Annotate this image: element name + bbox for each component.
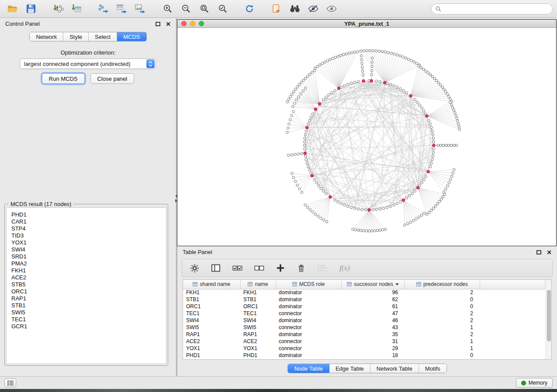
cell-filler bbox=[480, 324, 545, 331]
tab-motifs[interactable]: Motifs bbox=[419, 364, 446, 373]
search-box[interactable] bbox=[431, 3, 553, 14]
column-header-predecessor-nodes[interactable]: predecessor nodes bbox=[405, 280, 480, 289]
export-network-button[interactable] bbox=[95, 2, 112, 16]
table-row[interactable]: YOX1YOX1connector291 bbox=[183, 345, 545, 352]
table-panel-title: Table Panel bbox=[183, 249, 212, 255]
cell-name: ACE2 bbox=[240, 338, 276, 345]
network-window-titlebar[interactable]: YPA_prune.txt_1 bbox=[177, 20, 556, 28]
tab-node-table[interactable]: Node Table bbox=[288, 364, 329, 373]
zoom-selected-button[interactable] bbox=[214, 2, 231, 16]
cell-MCDS-role: connector bbox=[276, 338, 341, 345]
table-row[interactable]: PHD1PHD1dominator180 bbox=[183, 352, 545, 359]
table-row[interactable]: FKH1FKH1dominator962 bbox=[183, 289, 545, 296]
network-window-title: YPA_prune.txt_1 bbox=[177, 21, 556, 27]
criterion-select[interactable]: largest connected component (undirected) bbox=[20, 58, 156, 69]
mcds-result-node[interactable]: SWI5 bbox=[11, 309, 161, 316]
settings-gear-icon[interactable] bbox=[190, 264, 199, 273]
status-menu-button[interactable] bbox=[4, 378, 16, 387]
control-panel-title: Control Panel bbox=[5, 21, 40, 27]
close-panel-icon[interactable]: ✕ bbox=[166, 21, 171, 27]
zoom-out-button[interactable] bbox=[177, 2, 194, 16]
close-table-panel-icon[interactable]: ✕ bbox=[547, 249, 552, 255]
mcds-result-node[interactable]: ACE2 bbox=[11, 274, 161, 281]
unselect-all-icon[interactable] bbox=[254, 264, 264, 272]
import-table-button[interactable] bbox=[68, 2, 85, 16]
share-document-button[interactable] bbox=[268, 2, 285, 16]
tab-network[interactable]: Network bbox=[30, 32, 63, 41]
table-scrollbar[interactable] bbox=[546, 280, 551, 359]
close-mcds-panel-button[interactable]: Close panel bbox=[90, 73, 135, 84]
control-panel: Control Panel ✕ NetworkStyleSelectMCDS O… bbox=[0, 18, 176, 376]
zoom-fit-icon bbox=[199, 4, 209, 14]
mcds-result-node[interactable]: PMA2 bbox=[11, 260, 161, 267]
delete-row-icon[interactable] bbox=[297, 264, 306, 273]
column-header-name[interactable]: name bbox=[240, 280, 276, 289]
tab-edge-table[interactable]: Edge Table bbox=[329, 364, 370, 373]
zoom-in-button[interactable] bbox=[159, 2, 176, 16]
mcds-result-node[interactable]: GCR1 bbox=[11, 323, 161, 330]
tab-network-table[interactable]: Network Table bbox=[370, 364, 419, 373]
cell-MCDS-role: dominator bbox=[276, 317, 341, 324]
hide-selected-button[interactable] bbox=[305, 2, 322, 16]
mcds-result-node[interactable]: ORC1 bbox=[11, 288, 161, 295]
mcds-result-node[interactable]: TEC1 bbox=[11, 316, 161, 323]
window-close-button[interactable] bbox=[181, 21, 187, 26]
float-table-panel-icon[interactable] bbox=[536, 250, 541, 254]
network-canvas[interactable] bbox=[177, 28, 556, 246]
table-row[interactable]: RAP1RAP1dominator352 bbox=[183, 331, 545, 338]
add-row-icon[interactable] bbox=[276, 264, 285, 272]
window-minimize-button[interactable] bbox=[190, 21, 195, 26]
window-zoom-button[interactable] bbox=[199, 21, 204, 26]
mcds-result-node[interactable]: STB5 bbox=[11, 281, 161, 288]
mcds-result-node[interactable]: SWI4 bbox=[11, 246, 161, 253]
table-row[interactable]: STB1STB1dominator620 bbox=[183, 296, 545, 303]
table-row[interactable]: SWI5SWI5connector431 bbox=[183, 324, 545, 331]
table-scrollbar-thumb[interactable] bbox=[547, 290, 551, 341]
mcds-result-node[interactable]: STP4 bbox=[11, 225, 161, 232]
cell-name: PHD1 bbox=[240, 352, 276, 359]
mcds-result-node[interactable]: CAR1 bbox=[11, 218, 161, 225]
table-row[interactable]: ORC1ORC1dominator610 bbox=[183, 303, 545, 310]
cell-filler bbox=[480, 303, 545, 310]
cell-name: ORC1 bbox=[240, 303, 276, 310]
select-all-icon[interactable] bbox=[232, 264, 242, 272]
open-session-button[interactable] bbox=[4, 2, 21, 16]
zoom-fit-button[interactable] bbox=[196, 2, 212, 16]
mcds-result-node[interactable]: STB1 bbox=[11, 302, 161, 309]
run-mcds-button[interactable]: Run MCDS bbox=[42, 73, 85, 84]
export-image-button[interactable] bbox=[132, 2, 149, 16]
cell-successor-nodes: 46 bbox=[341, 317, 405, 324]
node-table-grid[interactable]: shared namenameMCDS rolesuccessor nodesp… bbox=[183, 280, 545, 359]
table-row[interactable]: TEC1TEC1connector472 bbox=[183, 310, 545, 317]
mcds-result-node[interactable]: PHD1 bbox=[11, 211, 161, 218]
float-panel-icon[interactable] bbox=[156, 22, 160, 26]
mcds-buttons-row: Run MCDS Close panel bbox=[0, 73, 176, 84]
mcds-result-node[interactable]: TID3 bbox=[11, 232, 161, 239]
refresh-layout-button[interactable] bbox=[241, 2, 258, 16]
cell-predecessor-nodes: 0 bbox=[405, 296, 480, 303]
cell-name: SWI4 bbox=[240, 317, 276, 324]
save-session-button[interactable] bbox=[23, 2, 39, 16]
memory-button[interactable]: Memory bbox=[516, 378, 553, 388]
mcds-result-node[interactable]: YOX1 bbox=[11, 239, 161, 246]
network-graph[interactable] bbox=[177, 28, 556, 246]
import-network-button[interactable] bbox=[50, 2, 66, 16]
show-all-button[interactable] bbox=[323, 2, 340, 16]
mcds-result-node[interactable]: SRD1 bbox=[11, 253, 161, 260]
mcds-result-node[interactable]: FKH1 bbox=[11, 267, 161, 274]
column-header-shared-name[interactable]: shared name bbox=[183, 280, 240, 289]
column-header-MCDS-role[interactable]: MCDS role bbox=[276, 280, 341, 289]
export-table-button[interactable] bbox=[114, 2, 130, 16]
tab-select[interactable]: Select bbox=[89, 32, 117, 41]
cell-MCDS-role: dominator bbox=[276, 289, 341, 296]
tab-mcds[interactable]: MCDS bbox=[117, 32, 146, 41]
column-header-successor-nodes[interactable]: successor nodes bbox=[341, 280, 405, 289]
list-icon bbox=[7, 381, 14, 385]
show-columns-icon[interactable] bbox=[211, 264, 221, 272]
search-input[interactable] bbox=[444, 6, 548, 12]
table-row[interactable]: ACE2ACE2connector311 bbox=[183, 338, 545, 345]
tab-style[interactable]: Style bbox=[63, 32, 89, 41]
find-button[interactable] bbox=[287, 2, 303, 16]
table-row[interactable]: SWI4SWI4dominator462 bbox=[183, 317, 545, 324]
mcds-result-node[interactable]: RAP1 bbox=[11, 295, 161, 302]
